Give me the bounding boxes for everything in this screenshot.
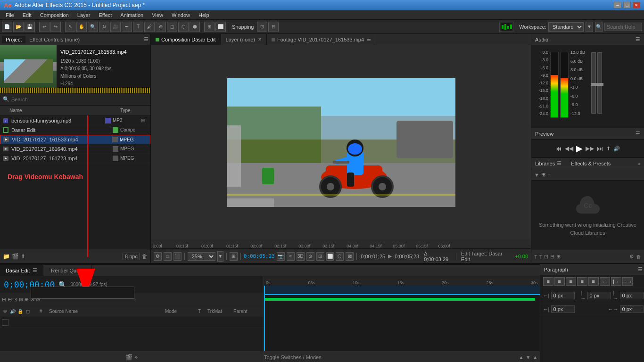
tl-audio-icon[interactable]: 🔊 <box>9 308 16 315</box>
project-panel-menu[interactable]: ☰ <box>144 36 149 42</box>
track-motion[interactable]: ⬡ <box>336 252 344 261</box>
libraries-menu[interactable]: ☰ <box>557 160 561 166</box>
project-item-video3[interactable]: VID_20170127_161723.mp4 MPEG <box>0 154 150 163</box>
project-item-video1[interactable]: VID_20170127_161533.mp4 MPEG <box>0 135 150 144</box>
zoom-tool[interactable]: 🔍 <box>88 22 98 32</box>
open-tool[interactable]: 📂 <box>13 22 24 32</box>
libraries-title[interactable]: Libraries <box>535 161 555 166</box>
new-folder-btn[interactable]: 📁 <box>3 253 10 260</box>
spacing-input-1[interactable] <box>551 305 575 313</box>
select-tool[interactable]: ↖ <box>65 22 75 32</box>
search-help-input[interactable] <box>604 23 642 31</box>
indent-left-btn[interactable]: ←| <box>600 277 610 286</box>
project-item-video2[interactable]: VID_20170127_161640.mp4 MPEG <box>0 144 150 154</box>
time-marker-1[interactable]: 0;00;01;25 <box>361 254 385 259</box>
slider-R-handle[interactable] <box>597 83 603 86</box>
maximize-button[interactable]: □ <box>623 2 631 8</box>
slider-R[interactable] <box>597 52 602 114</box>
tl-tool-d[interactable]: ⊠ <box>19 296 23 303</box>
justify-btn[interactable]: ≡ <box>577 277 587 286</box>
mask-tool[interactable]: ⬜ <box>215 22 226 32</box>
timeline-track-content[interactable] <box>264 286 540 351</box>
tl-eye-icon[interactable]: 👁 <box>2 308 8 315</box>
close-button[interactable]: ✕ <box>633 2 640 8</box>
lib-tool-4[interactable]: ⊟ <box>550 254 554 260</box>
tab-composition-main[interactable]: Composition Dasar Edit <box>151 34 221 45</box>
puppet-tool[interactable]: ⬢ <box>190 22 200 32</box>
new-comp-btn[interactable]: 🎬 <box>12 253 19 260</box>
stabilize[interactable]: ⊠ <box>346 252 354 261</box>
tl-tool-a[interactable]: ⊞ <box>2 296 6 303</box>
tl-tool-b[interactable]: ⊟ <box>8 296 12 303</box>
timeline-current-time[interactable]: 0;00;00;00 <box>4 280 55 289</box>
timeline-playhead[interactable] <box>264 286 265 351</box>
indent-input-1[interactable] <box>551 292 575 299</box>
slider-L[interactable] <box>591 52 596 114</box>
align-right-btn[interactable]: ≡ <box>566 277 576 286</box>
project-item-composition[interactable]: Dasar Edit Compc <box>0 125 150 135</box>
align-left-btn[interactable]: ≡ <box>543 277 553 286</box>
export-btn[interactable]: ⬆ <box>606 146 611 152</box>
tab-project[interactable]: Project <box>2 36 25 43</box>
lib-delete[interactable]: 🗑 <box>636 254 641 260</box>
footage-tab-close[interactable]: ☰ <box>367 37 371 42</box>
tl-tool-e[interactable]: ⊕ <box>25 296 29 303</box>
menu-window[interactable]: Window <box>168 11 194 19</box>
skip-to-start-btn[interactable]: ⏮ <box>555 145 562 152</box>
lib-tool-1[interactable]: T <box>534 254 537 260</box>
bpc-label[interactable]: 8 bpc <box>123 253 140 260</box>
workspace-select[interactable]: Standard <box>548 22 584 32</box>
tab-footage[interactable]: Footage VID_20170127_161533.mp4 ☰ <box>267 34 376 45</box>
camera-tool[interactable]: 🎥 <box>110 22 121 32</box>
viewer-settings[interactable]: ⊞ <box>230 252 238 261</box>
lib-sort-btn[interactable]: ▼ <box>534 172 539 178</box>
rotate-tool[interactable]: ↻ <box>99 22 109 32</box>
save-tool[interactable]: 💾 <box>25 22 35 32</box>
region-of-interest[interactable]: □ <box>164 252 172 261</box>
redo-tool[interactable]: ↪ <box>50 22 61 32</box>
lib-tool-5[interactable]: ⊞ <box>556 254 561 260</box>
roto-tool[interactable]: ⬡ <box>178 22 189 32</box>
expand-icon[interactable]: » <box>637 161 640 166</box>
clone-tool[interactable]: ⊕ <box>156 22 166 32</box>
tl-label-icon[interactable]: ◻ <box>25 308 31 315</box>
camera-btn[interactable]: 📷 <box>277 252 285 261</box>
menu-layer[interactable]: Layer <box>74 11 94 19</box>
lib-tool-3[interactable]: ⊡ <box>544 254 548 260</box>
lib-grid-btn[interactable]: ⊞ <box>541 172 545 178</box>
play-btn[interactable]: ▶ <box>576 143 583 154</box>
tl-lock-icon[interactable]: 🔒 <box>17 308 24 315</box>
layer-tab-close[interactable]: ✕ <box>258 37 262 42</box>
step-back-btn[interactable]: ◀◀ <box>565 145 573 152</box>
toggle-nav-3[interactable]: ▲ <box>533 354 538 360</box>
para-menu[interactable]: ☰ <box>638 266 643 272</box>
lib-list-btn[interactable]: ≡ <box>547 172 550 178</box>
time-marker-2[interactable]: 0;00;05;23 <box>395 254 419 259</box>
timeline-tab-dasar-edit[interactable]: Dasar Edit ☰ <box>0 265 43 276</box>
audio-toggle[interactable]: 🔊 <box>613 146 620 152</box>
toggle-nav-1[interactable]: ▲ <box>519 354 524 360</box>
delete-btn[interactable]: 🗑 <box>142 253 148 260</box>
mask-path[interactable]: ⬜ <box>326 252 334 261</box>
text-tool[interactable]: T <box>133 22 143 32</box>
timeline-tab-render-queue[interactable]: Render Queue <box>45 265 91 276</box>
transparency-grid[interactable]: ⬛ <box>173 252 182 261</box>
menu-effect[interactable]: Effect <box>95 11 116 19</box>
motion-blur[interactable]: ≈ <box>287 252 295 261</box>
minimize-button[interactable]: ─ <box>614 2 621 8</box>
audio-panel-menu[interactable]: ☰ <box>636 36 640 42</box>
timeline-work-area[interactable] <box>264 286 540 295</box>
new-project-tool[interactable]: 📄 <box>2 22 12 32</box>
snapping-toggle[interactable]: ⊡ <box>257 22 267 32</box>
indent-input-3[interactable] <box>620 292 644 299</box>
tl-tool-g[interactable]: ⊘ <box>36 296 40 303</box>
toggle-nav-2[interactable]: ▼ <box>526 354 531 360</box>
tl-tool-f[interactable]: ⊗ <box>30 296 34 303</box>
menu-help[interactable]: Help <box>195 11 213 19</box>
project-search-input[interactable] <box>11 97 148 102</box>
menu-animation[interactable]: Animation <box>116 11 147 19</box>
draft-3d[interactable]: 3D <box>297 252 305 261</box>
undo-tool[interactable]: ↩ <box>39 22 50 32</box>
menu-edit[interactable]: Edit <box>19 11 35 19</box>
tl-bottom-icon-1[interactable]: 🎬 <box>125 354 132 361</box>
